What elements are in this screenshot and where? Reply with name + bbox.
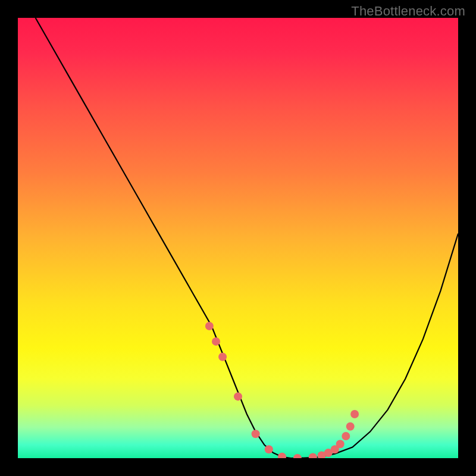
watermark-text: TheBottleneck.com (351, 4, 465, 19)
optimum-marker (218, 353, 227, 361)
optimum-marker (252, 430, 260, 438)
optimum-marker (346, 422, 355, 431)
optimum-marker (342, 432, 350, 440)
optimum-marker (205, 322, 214, 330)
optimum-marker (265, 445, 273, 453)
optimum-marker (234, 392, 242, 400)
optimum-marker (212, 337, 220, 346)
optimum-marker (336, 440, 345, 448)
bottleneck-chart (0, 0, 476, 476)
optimum-marker (350, 410, 359, 418)
chart-container: TheBottleneck.com (0, 0, 476, 476)
